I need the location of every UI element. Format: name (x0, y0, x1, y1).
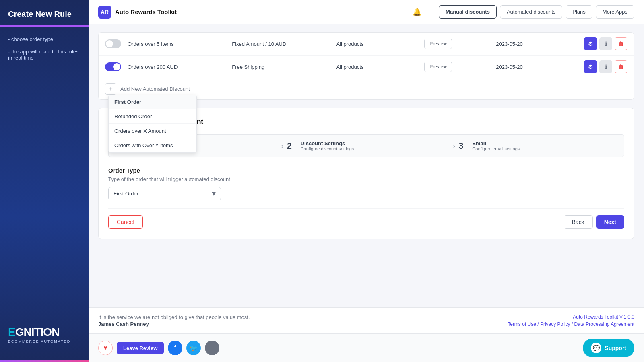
discounts-table: Orders over 5 Items Fixed Amount / 10 AU… (98, 32, 634, 100)
facebook-button[interactable]: f (168, 341, 182, 355)
twitter-button[interactable]: 🐦 (186, 341, 201, 355)
row2-delete-btn[interactable]: 🗑 (615, 60, 627, 73)
nav-more-apps[interactable]: More Apps (596, 5, 634, 19)
step3-num: 3 (458, 141, 468, 151)
footer-author: James Cash Penney (98, 321, 250, 327)
step2-sublabel: Configure discount settings (301, 146, 354, 151)
main-area: AR Auto Rewards Toolkit 🔔 ··· Manual dis… (89, 0, 644, 362)
dropdown-wrapper: First Order Refunded Order Orders over X… (108, 187, 221, 200)
row2-settings-btn[interactable]: ⚙ (584, 60, 597, 73)
header: AR Auto Rewards Toolkit 🔔 ··· Manual dis… (89, 0, 644, 24)
more-icon[interactable]: ··· (426, 8, 432, 16)
header-nav: Manual discounts Automated discounts Pla… (439, 5, 634, 19)
row1-settings-btn[interactable]: ⚙ (584, 37, 597, 50)
sidebar-logo-sub: ECOMMERCE AUTOMATED (8, 339, 80, 343)
row1-preview-btn[interactable]: Preview (424, 39, 452, 49)
footer-version: Auto Rewards Toolkit V.1.0.0 (508, 314, 634, 320)
form-label: Order Type (108, 167, 624, 174)
row2-preview-btn[interactable]: Preview (424, 62, 452, 72)
step-3: 3 Email Configure email settings (452, 135, 624, 157)
sidebar-bottom: EGNITION ECOMMERCE AUTOMATED (0, 319, 89, 350)
row1-products: All products (336, 41, 418, 47)
heart-button[interactable]: ♥ (98, 341, 113, 355)
footer-quote: It is the service we are not obliged to … (98, 314, 250, 320)
sidebar: Create New Rule - choose order type - th… (0, 0, 89, 362)
order-type-select[interactable]: First Order Refunded Order Orders over X… (108, 187, 221, 200)
back-button[interactable]: Back (564, 215, 593, 229)
dropdown-option-refunded[interactable]: Refunded Order (109, 109, 196, 124)
order-type-form: Order Type Type of the order that will t… (108, 167, 624, 200)
row2-actions: ⚙ ℹ 🗑 (584, 60, 627, 73)
bell-icon[interactable]: 🔔 (413, 8, 421, 16)
sidebar-item-1: - choose order type (0, 33, 89, 45)
app-icon: AR (98, 6, 111, 19)
support-button[interactable]: 💬 Support (583, 339, 634, 357)
next-button[interactable]: Next (596, 215, 624, 229)
footer-right: Auto Rewards Toolkit V.1.0.0 Terms of Us… (508, 314, 634, 327)
nav-automated-discounts[interactable]: Automated discounts (500, 5, 562, 19)
sidebar-item-2: - the app will react to this rules in re… (0, 45, 89, 64)
row2-discount: Free Shipping (232, 64, 330, 70)
create-section: Create Automated Discount 1 Order Segmen… (98, 108, 634, 239)
cancel-button[interactable]: Cancel (108, 215, 143, 229)
sidebar-title: Create New Rule (0, 0, 89, 27)
header-icons: 🔔 ··· (413, 8, 432, 16)
footer-left: It is the service we are not obliged to … (98, 314, 250, 327)
dropdown-option-first-order[interactable]: First Order (109, 95, 196, 109)
row2-date: 2023-05-20 (496, 64, 578, 70)
row1-name: Orders over 5 Items (128, 41, 225, 47)
nav-manual-discounts[interactable]: Manual discounts (439, 5, 497, 19)
list-button[interactable]: ☰ (205, 341, 219, 355)
toggle-row1[interactable] (105, 39, 121, 48)
row1-date: 2023-05-20 (496, 41, 578, 47)
add-label: Add New Automated Discount (120, 86, 190, 92)
toggle-row2[interactable] (105, 62, 121, 71)
row2-info-btn[interactable]: ℹ (599, 60, 612, 73)
dropdown-menu: First Order Refunded Order Orders over X… (108, 95, 197, 153)
support-label: Support (605, 345, 626, 351)
support-icon: 💬 (591, 343, 601, 353)
step-2: 2 Discount Settings Configure discount s… (281, 135, 452, 157)
step3-sublabel: Configure email settings (472, 146, 520, 151)
row1-delete-btn[interactable]: 🗑 (615, 37, 627, 50)
nav-plans[interactable]: Plans (566, 5, 592, 19)
row2-products: All products (336, 64, 418, 70)
dropdown-option-orders-amount[interactable]: Orders over X Amount (109, 124, 196, 138)
row1-info-btn[interactable]: ℹ (599, 37, 612, 50)
form-sublabel: Type of the order that will trigger auto… (108, 176, 624, 182)
right-buttons: Back Next (564, 215, 624, 229)
bottom-bar: ♥ Leave Review f 🐦 ☰ 💬 Support (89, 333, 644, 362)
footer-top: It is the service we are not obliged to … (98, 314, 634, 327)
row1-actions: ⚙ ℹ 🗑 (584, 37, 627, 50)
table-row: Orders over 5 Items Fixed Amount / 10 AU… (99, 33, 634, 56)
table-row: Orders over 200 AUD Free Shipping All pr… (99, 56, 634, 78)
footer-links[interactable]: Terms of Use / Privacy Policy / Data Pro… (508, 321, 634, 327)
leave-review-button[interactable]: Leave Review (117, 342, 164, 354)
footer: It is the service we are not obliged to … (89, 307, 644, 333)
row1-discount: Fixed Amount / 10 AUD (232, 41, 330, 47)
logo-rest: GNITION (15, 326, 60, 338)
step3-label: Email (472, 140, 520, 146)
sidebar-bottom-bar (0, 360, 89, 362)
add-icon: ＋ (105, 83, 116, 95)
step2-num: 2 (287, 141, 297, 151)
dropdown-option-orders-items[interactable]: Orders with Over Y Items (109, 138, 196, 152)
form-buttons: Cancel Back Next (108, 208, 624, 229)
sidebar-logo: EGNITION (8, 326, 80, 339)
app-name: Auto Rewards Toolkit (115, 8, 413, 15)
row2-name: Orders over 200 AUD (128, 64, 225, 70)
logo-e: E (8, 326, 15, 338)
step2-label: Discount Settings (301, 140, 354, 146)
content-area: Orders over 5 Items Fixed Amount / 10 AU… (89, 24, 644, 307)
